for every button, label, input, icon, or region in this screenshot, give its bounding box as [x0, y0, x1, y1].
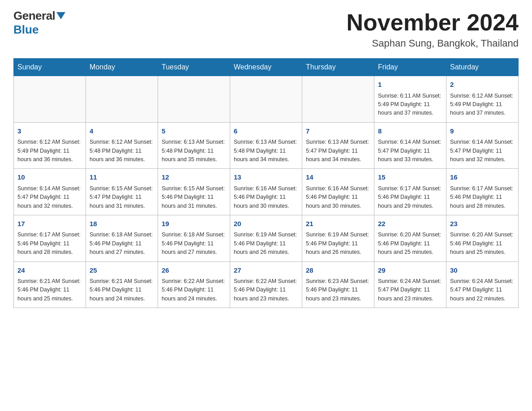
day-info: Sunrise: 6:19 AM Sunset: 5:46 PM Dayligh… — [306, 231, 370, 257]
day-info: Sunrise: 6:16 AM Sunset: 5:46 PM Dayligh… — [234, 184, 298, 210]
day-info: Sunrise: 6:24 AM Sunset: 5:47 PM Dayligh… — [450, 277, 515, 303]
calendar-cell: 2Sunrise: 6:12 AM Sunset: 5:49 PM Daylig… — [446, 76, 519, 123]
day-number: 10 — [17, 172, 82, 183]
column-header-thursday: Thursday — [302, 59, 374, 76]
day-number: 13 — [234, 172, 298, 183]
calendar-cell: 21Sunrise: 6:19 AM Sunset: 5:46 PM Dayli… — [302, 215, 374, 261]
day-number: 7 — [306, 126, 370, 137]
day-number: 21 — [306, 219, 370, 229]
day-info: Sunrise: 6:13 AM Sunset: 5:47 PM Dayligh… — [306, 138, 370, 164]
column-header-tuesday: Tuesday — [158, 59, 230, 76]
day-number: 18 — [90, 219, 154, 229]
day-info: Sunrise: 6:12 AM Sunset: 5:49 PM Dayligh… — [450, 92, 515, 118]
day-info: Sunrise: 6:20 AM Sunset: 5:46 PM Dayligh… — [450, 231, 515, 257]
day-number: 27 — [234, 265, 298, 276]
day-info: Sunrise: 6:15 AM Sunset: 5:46 PM Dayligh… — [162, 184, 226, 210]
calendar-cell: 10Sunrise: 6:14 AM Sunset: 5:47 PM Dayli… — [14, 169, 86, 215]
calendar-week-row: 3Sunrise: 6:12 AM Sunset: 5:49 PM Daylig… — [14, 122, 519, 169]
calendar-cell: 4Sunrise: 6:12 AM Sunset: 5:48 PM Daylig… — [86, 122, 158, 169]
calendar-cell: 28Sunrise: 6:23 AM Sunset: 5:46 PM Dayli… — [302, 261, 374, 308]
day-number: 9 — [450, 126, 515, 137]
logo-blue-text: Blue — [13, 23, 39, 37]
day-info: Sunrise: 6:18 AM Sunset: 5:46 PM Dayligh… — [90, 231, 154, 257]
column-header-monday: Monday — [86, 59, 158, 76]
day-info: Sunrise: 6:24 AM Sunset: 5:47 PM Dayligh… — [378, 277, 442, 303]
day-info: Sunrise: 6:17 AM Sunset: 5:46 PM Dayligh… — [378, 184, 442, 210]
day-info: Sunrise: 6:19 AM Sunset: 5:46 PM Dayligh… — [234, 231, 298, 257]
day-number: 8 — [378, 126, 442, 137]
calendar-cell: 11Sunrise: 6:15 AM Sunset: 5:47 PM Dayli… — [86, 169, 158, 215]
calendar-week-row: 17Sunrise: 6:17 AM Sunset: 5:46 PM Dayli… — [14, 215, 519, 261]
day-number: 16 — [450, 172, 515, 183]
day-number: 23 — [450, 219, 515, 229]
calendar-cell: 20Sunrise: 6:19 AM Sunset: 5:46 PM Dayli… — [230, 215, 302, 261]
month-year-title: November 2024 — [347, 9, 519, 36]
day-info: Sunrise: 6:21 AM Sunset: 5:46 PM Dayligh… — [17, 277, 82, 303]
calendar-cell: 6Sunrise: 6:13 AM Sunset: 5:48 PM Daylig… — [230, 122, 302, 169]
column-header-wednesday: Wednesday — [230, 59, 302, 76]
column-header-sunday: Sunday — [14, 59, 86, 76]
calendar-cell: 13Sunrise: 6:16 AM Sunset: 5:46 PM Dayli… — [230, 169, 302, 215]
calendar-cell: 17Sunrise: 6:17 AM Sunset: 5:46 PM Dayli… — [14, 215, 86, 261]
day-info: Sunrise: 6:15 AM Sunset: 5:47 PM Dayligh… — [90, 184, 154, 210]
day-number: 3 — [17, 126, 82, 137]
day-number: 20 — [234, 219, 298, 229]
logo-general-text: General — [13, 9, 55, 23]
calendar-cell: 9Sunrise: 6:14 AM Sunset: 5:47 PM Daylig… — [446, 122, 519, 169]
calendar-cell — [302, 76, 374, 123]
calendar-cell — [230, 76, 302, 123]
day-number: 22 — [378, 219, 442, 229]
day-number: 5 — [162, 126, 226, 137]
day-number: 17 — [17, 219, 82, 229]
day-info: Sunrise: 6:14 AM Sunset: 5:47 PM Dayligh… — [378, 138, 442, 164]
day-info: Sunrise: 6:14 AM Sunset: 5:47 PM Dayligh… — [450, 138, 515, 164]
day-number: 1 — [378, 80, 442, 90]
day-number: 26 — [162, 265, 226, 276]
day-info: Sunrise: 6:22 AM Sunset: 5:46 PM Dayligh… — [162, 277, 226, 303]
calendar-cell: 16Sunrise: 6:17 AM Sunset: 5:46 PM Dayli… — [446, 169, 519, 215]
day-info: Sunrise: 6:16 AM Sunset: 5:46 PM Dayligh… — [306, 184, 370, 210]
day-info: Sunrise: 6:12 AM Sunset: 5:48 PM Dayligh… — [90, 138, 154, 164]
day-info: Sunrise: 6:12 AM Sunset: 5:49 PM Dayligh… — [17, 138, 82, 164]
day-number: 6 — [234, 126, 298, 137]
calendar-cell: 29Sunrise: 6:24 AM Sunset: 5:47 PM Dayli… — [374, 261, 446, 308]
calendar-cell: 8Sunrise: 6:14 AM Sunset: 5:47 PM Daylig… — [374, 122, 446, 169]
calendar-cell: 14Sunrise: 6:16 AM Sunset: 5:46 PM Dayli… — [302, 169, 374, 215]
calendar-cell: 19Sunrise: 6:18 AM Sunset: 5:46 PM Dayli… — [158, 215, 230, 261]
calendar-cell: 7Sunrise: 6:13 AM Sunset: 5:47 PM Daylig… — [302, 122, 374, 169]
calendar-week-row: 24Sunrise: 6:21 AM Sunset: 5:46 PM Dayli… — [14, 261, 519, 308]
location-subtitle: Saphan Sung, Bangkok, Thailand — [347, 38, 519, 49]
column-header-saturday: Saturday — [446, 59, 519, 76]
day-info: Sunrise: 6:13 AM Sunset: 5:48 PM Dayligh… — [162, 138, 226, 164]
day-number: 24 — [17, 265, 82, 276]
day-info: Sunrise: 6:22 AM Sunset: 5:46 PM Dayligh… — [234, 277, 298, 303]
day-info: Sunrise: 6:11 AM Sunset: 5:49 PM Dayligh… — [378, 92, 442, 118]
day-number: 14 — [306, 172, 370, 183]
calendar-cell: 5Sunrise: 6:13 AM Sunset: 5:48 PM Daylig… — [158, 122, 230, 169]
calendar-cell: 22Sunrise: 6:20 AM Sunset: 5:46 PM Dayli… — [374, 215, 446, 261]
calendar-header-row: SundayMondayTuesdayWednesdayThursdayFrid… — [14, 59, 519, 76]
calendar-cell — [86, 76, 158, 123]
calendar-cell: 12Sunrise: 6:15 AM Sunset: 5:46 PM Dayli… — [158, 169, 230, 215]
calendar-week-row: 1Sunrise: 6:11 AM Sunset: 5:49 PM Daylig… — [14, 76, 519, 123]
day-number: 28 — [306, 265, 370, 276]
day-number: 2 — [450, 80, 515, 90]
day-info: Sunrise: 6:18 AM Sunset: 5:46 PM Dayligh… — [162, 231, 226, 257]
calendar-cell: 3Sunrise: 6:12 AM Sunset: 5:49 PM Daylig… — [14, 122, 86, 169]
day-number: 15 — [378, 172, 442, 183]
day-number: 11 — [90, 172, 154, 183]
day-number: 29 — [378, 265, 442, 276]
logo: General Blue — [13, 9, 65, 37]
calendar-cell: 30Sunrise: 6:24 AM Sunset: 5:47 PM Dayli… — [446, 261, 519, 308]
calendar-cell: 26Sunrise: 6:22 AM Sunset: 5:46 PM Dayli… — [158, 261, 230, 308]
page-header: General Blue November 2024 Saphan Sung, … — [13, 9, 519, 49]
calendar-cell: 1Sunrise: 6:11 AM Sunset: 5:49 PM Daylig… — [374, 76, 446, 123]
day-number: 12 — [162, 172, 226, 183]
day-number: 4 — [90, 126, 154, 137]
day-number: 25 — [90, 265, 154, 276]
day-info: Sunrise: 6:17 AM Sunset: 5:46 PM Dayligh… — [17, 231, 82, 257]
title-section: November 2024 Saphan Sung, Bangkok, Thai… — [347, 9, 519, 49]
logo-triangle-icon — [56, 12, 65, 19]
day-number: 30 — [450, 265, 515, 276]
day-info: Sunrise: 6:20 AM Sunset: 5:46 PM Dayligh… — [378, 231, 442, 257]
